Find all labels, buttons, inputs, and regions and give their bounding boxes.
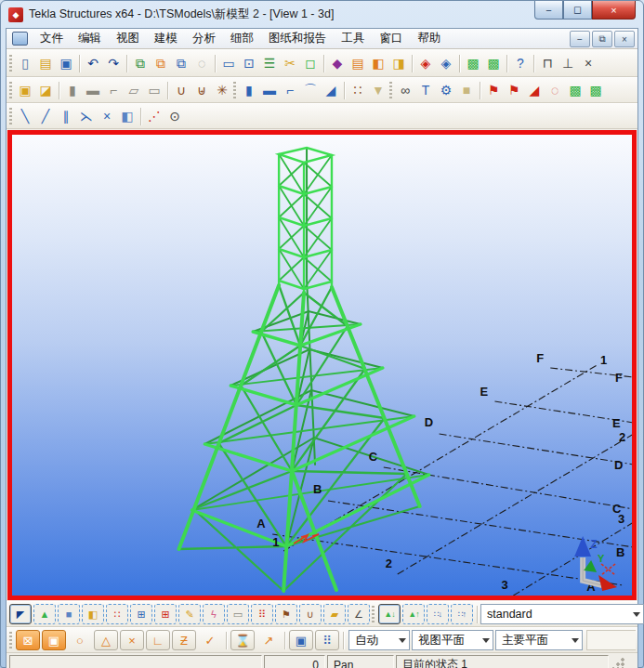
model-view[interactable]: A B C D E F 1 2 3 F E D C B A 1 2	[7, 130, 637, 600]
resize-grip[interactable]	[611, 655, 635, 668]
workarea-icon[interactable]: ■	[456, 80, 477, 100]
title-bar[interactable]: ◆ Tekla Structures x64 - D:\TSModels\新模型…	[1, 1, 643, 28]
construction-line-icon[interactable]: ×	[578, 53, 598, 73]
steel-polybeam-icon[interactable]: ⌐	[280, 80, 300, 100]
select-plane-switch[interactable]: ⚑	[275, 604, 297, 624]
select-view-switch[interactable]: ▭	[227, 604, 249, 624]
bolt-icon[interactable]: ∷	[348, 80, 368, 100]
concrete-cubes-icon[interactable]: ▣	[15, 80, 35, 100]
snap-line-extension[interactable]: Ƶ	[172, 630, 196, 650]
chevron-down-icon[interactable]	[395, 631, 409, 649]
select-area-icon[interactable]: ◻	[300, 53, 321, 73]
phase-combo[interactable]: standard	[480, 604, 644, 624]
concrete-slab-icon[interactable]: ▱	[124, 80, 144, 100]
select-foldedplate-switch[interactable]: ∪	[299, 604, 322, 624]
menu-edit[interactable]: 编辑	[71, 30, 109, 47]
menu-window[interactable]: 窗口	[373, 30, 411, 47]
snap-perpendicular[interactable]: ∟	[146, 630, 170, 650]
select-part-switch[interactable]: ■	[58, 604, 80, 624]
open-icon[interactable]: ▤	[35, 53, 56, 73]
menu-analysis[interactable]: 分析	[185, 30, 223, 47]
snap-depth-combo[interactable]: 自动	[348, 630, 410, 650]
component-catalog-icon[interactable]: ▩	[565, 80, 585, 100]
select-assembly-down-switch[interactable]: ▲↓	[378, 604, 401, 624]
bent-plate-icon[interactable]: ∪	[171, 80, 191, 100]
workplane-icon[interactable]: ⚑	[483, 80, 504, 100]
snap-tracking[interactable]: ↗	[256, 630, 281, 650]
select-points-switch[interactable]: ⠿	[251, 604, 273, 624]
snap-free[interactable]: ✓	[198, 630, 222, 650]
xyz-point-icon[interactable]: ◆	[327, 53, 348, 73]
point-divide-icon[interactable]: ⋰	[144, 106, 164, 126]
concrete-polybeam-icon[interactable]: ⌐	[103, 80, 124, 100]
menu-detailing[interactable]: 细部	[223, 30, 261, 47]
mdi-child-icon[interactable]	[12, 32, 28, 46]
plane-ref-combo[interactable]: 主要平面	[495, 630, 583, 650]
copy-special-icon[interactable]: ⧉	[151, 53, 171, 73]
select-assembly-up-switch[interactable]: ▲↑	[402, 604, 425, 624]
minimize-button[interactable]: −	[534, 1, 563, 20]
snap-ref-plane[interactable]: ▣	[289, 630, 313, 650]
mdi-minimize-button[interactable]: −	[570, 31, 590, 47]
tower-model[interactable]	[178, 148, 428, 591]
steel-curved-beam-icon[interactable]: ⌒	[300, 80, 321, 100]
view-dot-icon[interactable]: ⊡	[239, 53, 259, 73]
macro-in-icon[interactable]: ▩	[463, 53, 483, 73]
menu-modeling[interactable]: 建模	[147, 30, 185, 47]
snap-midpoint[interactable]: △	[94, 630, 118, 650]
concrete-column-icon[interactable]: ▮	[62, 80, 83, 100]
select-circle-icon[interactable]: ◌	[545, 80, 565, 100]
snap-intersection[interactable]: ×	[120, 630, 144, 650]
save-icon[interactable]: ▣	[56, 53, 76, 73]
select-component-switch[interactable]: ▲	[33, 604, 56, 624]
steel-plate-icon[interactable]: ◢	[321, 80, 341, 100]
select-distance-switch[interactable]: ∠	[348, 604, 370, 624]
select-weld-switch[interactable]: ϟ	[203, 604, 225, 624]
plane-type-combo[interactable]: 视图平面	[412, 630, 493, 650]
mdi-restore-button[interactable]: ⧉	[592, 31, 612, 47]
snap-reference-points[interactable]: ⊠	[16, 630, 40, 650]
select-object-up-switch[interactable]: ∷↑	[451, 604, 473, 624]
point-parallel-icon[interactable]: ∥	[56, 106, 76, 126]
copy-icon[interactable]: ⧉	[130, 53, 151, 73]
run-red-icon[interactable]: ◈	[415, 53, 436, 73]
new-icon[interactable]: ▯	[15, 53, 35, 73]
udas-box-icon[interactable]: ◧	[368, 53, 388, 73]
macro-out-icon[interactable]: ▩	[483, 53, 504, 73]
steel-beam-icon[interactable]: ▬	[259, 80, 280, 100]
undo-icon[interactable]: ↶	[83, 53, 103, 73]
grid-xy-icon[interactable]: ⊓	[537, 53, 558, 73]
gears-cone-icon[interactable]: ⚙	[436, 80, 456, 100]
snap-geometry-points[interactable]: ▣	[42, 630, 66, 650]
help-context-icon[interactable]: ?	[510, 53, 531, 73]
select-gridline-switch[interactable]: ⊞	[154, 604, 177, 624]
lasso-icon[interactable]: ◌	[191, 53, 212, 73]
view-plane-icon[interactable]: ◢	[524, 80, 545, 100]
weld-icon[interactable]: ▼	[368, 80, 388, 100]
bent-plate-hand-icon[interactable]: ⊎	[191, 80, 212, 100]
paste-icon[interactable]: ⧉	[171, 53, 191, 73]
chevron-down-icon[interactable]	[568, 631, 582, 649]
model-view-canvas[interactable]: A B C D E F 1 2 3 F E D C B A 1 2	[12, 135, 632, 596]
fit-workarea-icon[interactable]: T	[415, 80, 436, 100]
component-default-icon[interactable]: ▩	[585, 80, 606, 100]
menu-help[interactable]: 帮助	[411, 30, 449, 47]
cut-icon[interactable]: ✂	[280, 53, 300, 73]
point-on-line-icon[interactable]: ╲	[15, 106, 35, 126]
list-icon[interactable]: ☰	[259, 53, 280, 73]
concrete-panel-icon[interactable]: ▭	[144, 80, 164, 100]
snap-nearest-point[interactable]: ○	[68, 630, 92, 650]
menu-file[interactable]: 文件	[33, 30, 71, 47]
point-x-icon[interactable]: ×	[97, 106, 117, 126]
select-rebar-switch[interactable]: ✎	[178, 604, 201, 624]
select-all-switch[interactable]: ◤	[9, 604, 32, 624]
model-folder-icon[interactable]: ▤	[348, 53, 368, 73]
mesh-icon[interactable]: ✳	[212, 80, 232, 100]
mdi-close-button[interactable]: ×	[614, 31, 635, 47]
workplane-part-icon[interactable]: ⚑	[504, 80, 524, 100]
chevron-down-icon[interactable]	[629, 605, 643, 623]
select-point-switch[interactable]: ∷	[106, 604, 128, 624]
point-offset-icon[interactable]: ╱	[35, 106, 56, 126]
run-blue-icon[interactable]: ◈	[436, 53, 456, 73]
view-window-icon[interactable]: ▭	[218, 53, 239, 73]
